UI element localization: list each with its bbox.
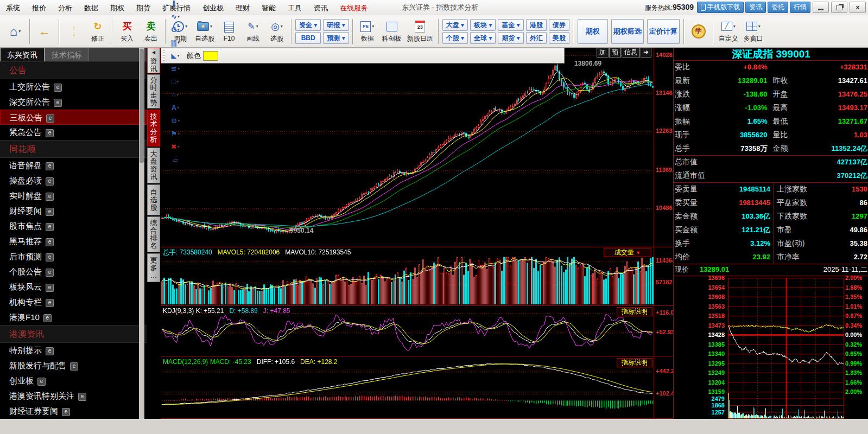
- mark-icon[interactable]: ⚑▾: [169, 127, 182, 141]
- restore-button[interactable]: [831, 2, 847, 13]
- sidebar-item-后市预测[interactable]: 后市预测e: [0, 249, 147, 264]
- options-filter-button[interactable]: 期权筛选: [611, 19, 644, 44]
- volume-indicator-selector[interactable]: 成交量 ▼: [604, 248, 651, 257]
- multi-window-button[interactable]: ▾多窗口: [741, 19, 766, 44]
- options-button[interactable]: 期权: [578, 19, 608, 44]
- titlebar-button-委托[interactable]: 委托: [768, 2, 788, 13]
- sidebar-item-创业板[interactable]: 创业板e: [0, 373, 147, 388]
- menu-智能[interactable]: 智能: [256, 1, 282, 15]
- home-button[interactable]: ⌂▾: [3, 24, 27, 39]
- sidebar-item-港澳资讯特别关注[interactable]: 港澳资讯特别关注e: [0, 388, 147, 404]
- button-预测[interactable]: 预测 ▾: [323, 32, 349, 44]
- sidebar-item-财经要闻[interactable]: 财经要闻e: [0, 203, 147, 219]
- sidebar-item-股市焦点[interactable]: 股市焦点e: [0, 219, 147, 234]
- view-tab-更多…[interactable]: 更多…: [147, 253, 160, 282]
- view-tab-资讯[interactable]: ◀资讯: [147, 48, 160, 73]
- macd-help-button[interactable]: 指标说明: [617, 358, 652, 367]
- sidebar-item-深交所公告[interactable]: 深交所公告e: [0, 94, 147, 110]
- titlebar-button-资讯[interactable]: 资讯: [745, 2, 766, 13]
- ellipse-icon[interactable]: ○▾: [169, 88, 182, 101]
- button-BBD[interactable]: BBD: [295, 32, 321, 44]
- chart-button-➜[interactable]: ➜: [641, 48, 651, 58]
- button-期货[interactable]: 期货 ▾: [498, 32, 523, 44]
- menu-创业板[interactable]: 创业板: [197, 1, 230, 15]
- sidebar-item-新股发行与配售[interactable]: 新股发行与配售e: [0, 358, 147, 373]
- button-板块[interactable]: 板块 ▾: [470, 19, 496, 31]
- menu-分析[interactable]: 分析: [52, 1, 78, 15]
- menu-在线服务[interactable]: 在线服务: [334, 1, 374, 15]
- data-button[interactable]: PE▾数据: [356, 19, 379, 44]
- f10-button[interactable]: F10: [217, 20, 241, 43]
- watchlist-button[interactable]: ★▾自选股: [192, 19, 217, 44]
- view-tab-分时走势[interactable]: 分时走势: [147, 74, 160, 108]
- draw-line-button[interactable]: ✎▾画线: [241, 19, 265, 44]
- chart-button-信息[interactable]: 信息: [622, 48, 640, 58]
- ipo-calendar-button[interactable]: 23新股日历: [404, 19, 436, 44]
- menu-期货[interactable]: 期货: [130, 1, 156, 15]
- view-tab-大盘资讯[interactable]: 大盘资讯: [147, 148, 160, 183]
- channel-icon[interactable]: ≋▾: [169, 62, 182, 75]
- view-tab-综合排名[interactable]: 综合排名: [147, 216, 160, 252]
- chart-switch-icon[interactable]: ▱: [169, 154, 182, 167]
- button-研报[interactable]: 研报 ▾: [323, 19, 349, 31]
- delete-icon[interactable]: ✖▾: [169, 141, 182, 154]
- buy-button[interactable]: 买买入: [115, 19, 139, 44]
- color-swatch[interactable]: [203, 51, 218, 61]
- sidebar-item-机构专栏[interactable]: 机构专栏e: [0, 295, 147, 310]
- sidebar-tab-技术指标[interactable]: 技术指标: [45, 48, 89, 61]
- polyline-icon[interactable]: ∿▾: [169, 10, 182, 23]
- star-market-button[interactable]: 科创板: [379, 19, 404, 44]
- sidebar-item-操盘必读[interactable]: 操盘必读e: [0, 173, 147, 188]
- menu-期权[interactable]: 期权: [104, 1, 130, 15]
- golden-section-icon[interactable]: G▾: [169, 23, 182, 36]
- menu-工具[interactable]: 工具: [282, 1, 308, 15]
- sidebar-item-板块风云[interactable]: 板块风云e: [0, 279, 147, 295]
- menu-资讯[interactable]: 资讯: [308, 1, 334, 15]
- button-港股[interactable]: 港股: [526, 19, 547, 31]
- sidebar-item-语音解盘[interactable]: 语音解盘e: [0, 158, 147, 173]
- sidebar-item-黑马推荐[interactable]: 黑马推荐e: [0, 234, 147, 249]
- kline-chart[interactable]: [161, 48, 654, 247]
- text-icon[interactable]: A▾: [169, 101, 182, 114]
- button-全球[interactable]: 全球 ▾: [470, 32, 496, 44]
- chart-button-加[interactable]: 加: [597, 48, 609, 58]
- button-大盘[interactable]: 大盘 ▾: [442, 19, 468, 31]
- volume-chart[interactable]: [161, 256, 654, 304]
- menu-数据[interactable]: 数据: [78, 1, 104, 15]
- sidebar-item-港澳F10[interactable]: 港澳F10e: [0, 310, 147, 325]
- button-资金[interactable]: 资金 ▾: [295, 19, 321, 31]
- sidebar-item-财经证券要闻[interactable]: 财经证券要闻e: [0, 404, 147, 419]
- sidebar-tab-东兴资讯[interactable]: 东兴资讯: [0, 48, 45, 61]
- sidebar-item-紧急公告[interactable]: 紧急公告e: [0, 125, 147, 140]
- revise-button[interactable]: ↻修正: [86, 19, 110, 44]
- sidebar-item-实时解盘[interactable]: 实时解盘e: [0, 188, 147, 203]
- kdj-help-button[interactable]: 指标说明: [617, 307, 652, 316]
- titlebar-button-行情[interactable]: 行情: [790, 2, 810, 13]
- pricing-calc-button[interactable]: 定价计算: [647, 19, 680, 44]
- sidebar-item-个股公告[interactable]: 个股公告e: [0, 264, 147, 279]
- minimize-button[interactable]: [813, 2, 829, 13]
- sidebar-item-特别提示[interactable]: 特别提示e: [0, 343, 147, 358]
- menu-理财[interactable]: 理财: [230, 1, 256, 15]
- kdj-chart[interactable]: [161, 308, 654, 356]
- button-个股[interactable]: 个股 ▾: [442, 32, 468, 44]
- titlebar-button-手机版下载[interactable]: 手机版下载: [697, 2, 744, 13]
- menu-报价[interactable]: 报价: [26, 1, 52, 15]
- macd-chart[interactable]: [161, 357, 654, 418]
- intraday-mini-chart[interactable]: [728, 278, 844, 419]
- settings-icon[interactable]: ⚙▾: [169, 114, 182, 127]
- button-基金[interactable]: 基金 ▾: [498, 19, 523, 31]
- sidebar-scrollbar[interactable]: [139, 48, 144, 419]
- gann-fan-icon[interactable]: ◣▾: [169, 49, 182, 62]
- rect-icon[interactable]: □▾: [169, 75, 182, 88]
- stock-pick-button[interactable]: ◎▾选股: [265, 19, 289, 44]
- chart-button-预[interactable]: 预: [609, 48, 621, 58]
- learn-button[interactable]: 学: [687, 24, 711, 39]
- sidebar-item-上交所公告[interactable]: 上交所公告e: [0, 79, 147, 94]
- menu-系统[interactable]: 系统: [0, 1, 26, 15]
- button-债券[interactable]: 债券: [549, 19, 569, 31]
- vertical-lines-icon[interactable]: |||▾: [169, 36, 182, 49]
- toolbar-grip[interactable]: [163, 50, 165, 61]
- sidebar-item-三板公告[interactable]: 三板公告e: [0, 110, 147, 125]
- view-tab-技术分析[interactable]: 技术分析: [147, 110, 160, 146]
